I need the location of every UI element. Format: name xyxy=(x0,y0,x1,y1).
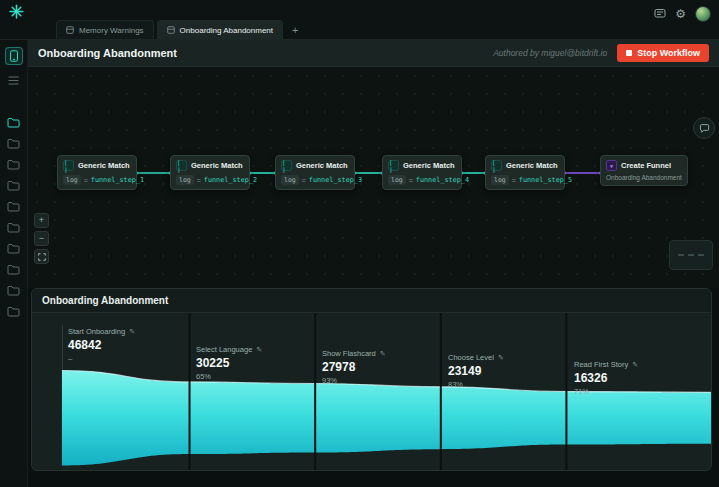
workflow-header: Onboarding Abandonment Authored by migue… xyxy=(28,40,719,67)
workflow-node[interactable]: [ ] Generic Match log = funnel_step_2 xyxy=(170,155,250,190)
workflow-node[interactable]: [ ] Generic Match log = funnel_step_1 xyxy=(57,155,137,190)
funnel-stage: Show Flashcard ✎ 27978 93% xyxy=(322,349,386,385)
list-view-icon[interactable] xyxy=(5,71,23,89)
gear-icon[interactable]: ⚙ xyxy=(675,8,686,20)
operator: = xyxy=(409,177,413,184)
field-badge: log xyxy=(176,175,194,185)
device-sessions-icon[interactable] xyxy=(5,47,23,65)
workflow-node-header: [ ] Generic Match xyxy=(388,160,456,171)
top-bar: Memory Warnings Onboarding Abandonment +… xyxy=(0,0,719,40)
funnel-icon: ▼ xyxy=(606,160,617,171)
workflow-tab-icon xyxy=(66,26,74,34)
node-condition: log = funnel_step_5 xyxy=(491,175,559,185)
stage-label: Show Flashcard xyxy=(322,349,376,358)
workflow-tab[interactable]: Onboarding Abandonment xyxy=(157,20,283,39)
funnel-stage: Select Language ✎ 30225 65% xyxy=(196,345,262,381)
stage-value: 16326 xyxy=(574,371,638,385)
stop-icon xyxy=(626,50,632,56)
node-title: Generic Match xyxy=(296,161,348,170)
funnel-stage: Read First Story ✎ 16326 71% xyxy=(574,360,638,396)
folder-icon[interactable] xyxy=(7,180,20,191)
workflow-tab[interactable]: Memory Warnings xyxy=(56,20,154,39)
zoom-out-button[interactable]: − xyxy=(34,231,49,246)
folder-icon[interactable] xyxy=(7,264,20,275)
workflow-tab-label: Memory Warnings xyxy=(79,26,144,35)
stage-label: Select Language xyxy=(196,345,252,354)
operator: = xyxy=(302,177,306,184)
funnel-stage: Choose Level ✎ 23149 83% xyxy=(448,353,504,389)
node-title: Create Funnel xyxy=(621,161,671,170)
node-subtitle: Onboarding Abandonment xyxy=(606,174,682,181)
app-window: Memory Warnings Onboarding Abandonment +… xyxy=(0,0,719,487)
field-badge: log xyxy=(491,175,509,185)
sidebar xyxy=(0,40,28,487)
node-condition: log = funnel_step_2 xyxy=(176,175,244,185)
authored-by: Authored by miguel@bitdrift.io xyxy=(493,48,607,58)
workflow-node[interactable]: [ ] Generic Match log = funnel_step_4 xyxy=(382,155,462,190)
stop-workflow-label: Stop Workflow xyxy=(637,48,700,58)
workflow-node[interactable]: [ ] Generic Match log = funnel_step_3 xyxy=(275,155,355,190)
stop-workflow-button[interactable]: Stop Workflow xyxy=(617,44,709,62)
folder-icon[interactable] xyxy=(7,138,20,149)
workflow-node[interactable]: [ ] Generic Match log = funnel_step_5 xyxy=(485,155,565,190)
node-title: Generic Match xyxy=(403,161,455,170)
chat-help-button[interactable] xyxy=(693,117,715,139)
match-icon: [ ] xyxy=(388,160,399,171)
funnel-panel: Onboarding Abandonment Start Onboarding … xyxy=(31,288,712,471)
bitdrift-logo-icon[interactable] xyxy=(9,4,25,20)
stage-label: Start Onboarding xyxy=(68,327,125,336)
node-title: Generic Match xyxy=(506,161,558,170)
minimap[interactable] xyxy=(669,240,713,270)
zoom-controls: + − xyxy=(34,213,49,264)
condition-value: funnel_step_2 xyxy=(204,176,257,184)
stage-conversion: 65% xyxy=(196,372,262,381)
workflow-node-header: [ ] Generic Match xyxy=(176,160,244,171)
stage-label: Choose Level xyxy=(448,353,494,362)
condition-value: funnel_step_5 xyxy=(519,176,572,184)
folder-icon[interactable] xyxy=(7,222,20,233)
field-badge: log xyxy=(63,175,81,185)
zoom-in-button[interactable]: + xyxy=(34,213,49,228)
match-icon: [ ] xyxy=(63,160,74,171)
new-tab-button[interactable]: + xyxy=(286,24,304,39)
funnel-stage: Start Onboarding ✎ 46842 – xyxy=(68,327,135,363)
folder-icon[interactable] xyxy=(7,243,20,254)
node-title: Generic Match xyxy=(78,161,130,170)
workflow-node-header: ▼ Create Funnel xyxy=(606,160,682,171)
node-condition: log = funnel_step_4 xyxy=(388,175,456,185)
folder-icon[interactable] xyxy=(7,117,20,128)
workflow-node[interactable]: ▼ Create Funnel Onboarding Abandonment xyxy=(600,155,688,186)
edit-icon[interactable]: ✎ xyxy=(129,328,135,336)
stage-value: 30225 xyxy=(196,356,262,370)
node-condition: log = funnel_step_1 xyxy=(63,175,131,185)
folder-icon[interactable] xyxy=(7,159,20,170)
stage-value: 23149 xyxy=(448,364,504,378)
edit-icon[interactable]: ✎ xyxy=(380,350,386,358)
condition-value: funnel_step_4 xyxy=(416,176,469,184)
avatar[interactable] xyxy=(695,6,711,22)
stage-conversion: – xyxy=(68,354,135,363)
condition-value: funnel_step_1 xyxy=(91,176,144,184)
folder-icon[interactable] xyxy=(7,285,20,296)
edit-icon[interactable]: ✎ xyxy=(498,354,504,362)
stage-conversion: 71% xyxy=(574,387,638,396)
workflow-canvas[interactable]: + − [ ] xyxy=(28,67,719,288)
funnel-chart: Start Onboarding ✎ 46842 – Select Langua… xyxy=(32,313,711,470)
match-icon: [ ] xyxy=(281,160,292,171)
node-condition: log = funnel_step_3 xyxy=(281,175,349,185)
folder-icon[interactable] xyxy=(7,306,20,317)
workflow-node-header: [ ] Generic Match xyxy=(281,160,349,171)
folder-icon[interactable] xyxy=(7,201,20,212)
minimap-preview xyxy=(678,254,704,256)
fit-view-button[interactable] xyxy=(34,249,49,264)
workflow-node-header: [ ] Generic Match xyxy=(491,160,559,171)
stage-label: Read First Story xyxy=(574,360,628,369)
messages-icon[interactable] xyxy=(654,8,666,20)
workflow-node-header: [ ] Generic Match xyxy=(63,160,131,171)
operator: = xyxy=(512,177,516,184)
edit-icon[interactable]: ✎ xyxy=(256,346,262,354)
edit-icon[interactable]: ✎ xyxy=(632,361,638,369)
folder-list xyxy=(7,117,20,317)
stage-value: 46842 xyxy=(68,338,135,352)
field-badge: log xyxy=(281,175,299,185)
